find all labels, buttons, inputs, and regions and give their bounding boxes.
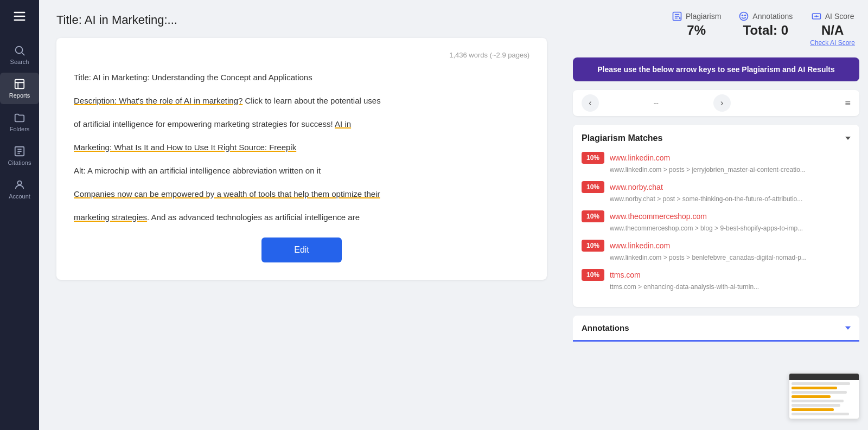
sidebar-label-reports: Reports bbox=[9, 92, 30, 99]
match-path-2: www.norby.chat > post > some-thinking-on… bbox=[582, 195, 851, 203]
annotations-dropdown-icon[interactable] bbox=[845, 326, 851, 330]
main-content: Title: AI in Marketing:... 1,436 words (… bbox=[39, 0, 564, 430]
menu-button[interactable] bbox=[12, 9, 27, 26]
annotations-value: Total: 0 bbox=[743, 23, 789, 38]
sidebar-item-folders[interactable]: Folders bbox=[0, 106, 39, 138]
doc-paragraph-5: Alt: A microchip with an artificial inte… bbox=[74, 163, 529, 178]
next-button[interactable]: › bbox=[713, 94, 731, 112]
notice-banner: Please use the below arrow keys to see P… bbox=[573, 57, 859, 81]
match-badge-2: 10% bbox=[582, 181, 604, 193]
stat-annotations: Annotations Total: 0 bbox=[738, 11, 793, 38]
match-path-5: ttms.com > enhancing-data-analysis-with-… bbox=[582, 283, 851, 291]
svg-point-11 bbox=[744, 15, 746, 16]
plagiarism-label: Plagiarism bbox=[686, 12, 721, 21]
plagiarism-icon bbox=[672, 11, 682, 22]
document-area: Title: AI in Marketing:... 1,436 words (… bbox=[39, 0, 564, 430]
nav-menu-button[interactable]: ≡ bbox=[845, 98, 851, 109]
navigation-row: ‹ -- › ≡ bbox=[573, 90, 859, 116]
thumbnail-header bbox=[789, 374, 859, 380]
match-badge-5: 10% bbox=[582, 269, 604, 281]
underlined-text-2: AI in bbox=[335, 119, 351, 129]
nav-dots: -- bbox=[603, 99, 709, 107]
plagiarism-matches-header: Plagiarism Matches bbox=[582, 133, 851, 143]
match-badge-3: 10% bbox=[582, 210, 604, 222]
stat-ai-score: AI Score N/A Check AI Score bbox=[810, 11, 855, 47]
svg-point-6 bbox=[17, 181, 21, 185]
match-badge-4: 10% bbox=[582, 240, 604, 252]
sidebar-item-search[interactable]: Search bbox=[0, 39, 39, 70]
svg-point-10 bbox=[742, 15, 743, 16]
match-url-1[interactable]: www.linkedin.com bbox=[610, 153, 670, 162]
doc-paragraph-2: Description: What's the role of AI in ma… bbox=[74, 93, 529, 108]
document-text: Title: AI in Marketing: Understanding th… bbox=[74, 70, 529, 224]
plagiarism-value: 7% bbox=[687, 23, 706, 38]
match-badge-1: 10% bbox=[582, 152, 604, 164]
sidebar-item-reports[interactable]: Reports bbox=[0, 73, 39, 104]
sidebar-item-citations[interactable]: Citations bbox=[0, 140, 39, 171]
match-item-4: 10% www.linkedin.com www.linkedin.com > … bbox=[582, 240, 851, 261]
svg-point-9 bbox=[740, 12, 748, 21]
prev-button[interactable]: ‹ bbox=[582, 94, 599, 112]
doc-paragraph-3: of artificial intelligence for empowerin… bbox=[74, 117, 529, 131]
document-container: 1,436 words (~2.9 pages) Title: AI in Ma… bbox=[56, 38, 547, 280]
annotations-label: Annotations bbox=[752, 12, 793, 21]
sidebar-item-account[interactable]: Account bbox=[0, 174, 39, 205]
match-url-5[interactable]: ttms.com bbox=[610, 271, 641, 279]
svg-point-13 bbox=[815, 15, 817, 17]
sidebar-label-account: Account bbox=[9, 193, 30, 200]
svg-rect-0 bbox=[14, 12, 25, 13]
sidebar-label-folders: Folders bbox=[10, 126, 30, 132]
match-path-1: www.linkedin.com > posts > jerryjobrien_… bbox=[582, 166, 851, 174]
edit-button[interactable]: Edit bbox=[261, 238, 342, 262]
svg-point-8 bbox=[679, 17, 680, 19]
match-url-4[interactable]: www.linkedin.com bbox=[610, 241, 670, 250]
ai-score-value: N/A bbox=[821, 23, 844, 38]
svg-line-4 bbox=[22, 53, 24, 55]
ai-score-label: AI Score bbox=[825, 12, 854, 21]
doc-paragraph-4: Marketing: What Is It and How to Use It … bbox=[74, 140, 529, 155]
match-item-1: 10% www.linkedin.com www.linkedin.com > … bbox=[582, 152, 851, 174]
underlined-text-1: Description: What's the role of AI in ma… bbox=[74, 96, 242, 105]
svg-point-3 bbox=[16, 47, 23, 54]
plagiarism-matches-title: Plagiarism Matches bbox=[582, 133, 662, 143]
check-ai-score-link[interactable]: Check AI Score bbox=[810, 39, 855, 47]
underlined-text-5: marketing strategies bbox=[74, 213, 147, 222]
sidebar-label-search: Search bbox=[10, 59, 29, 65]
svg-rect-2 bbox=[14, 20, 25, 21]
stats-row: Plagiarism 7% Annotations Total: 0 bbox=[573, 11, 859, 47]
plagiarism-dropdown-icon[interactable] bbox=[845, 137, 851, 140]
underlined-text-3: Marketing: What Is It and How to Use It … bbox=[74, 143, 296, 152]
plagiarism-card: Plagiarism Matches 10% www.linkedin.com … bbox=[573, 125, 859, 307]
svg-rect-5 bbox=[15, 80, 24, 89]
svg-rect-1 bbox=[14, 16, 25, 17]
match-path-3: www.thecommerceshop.com > blog > 9-best-… bbox=[582, 224, 851, 232]
thumbnail-preview bbox=[789, 373, 859, 419]
match-item-3: 10% www.thecommerceshop.com www.thecomme… bbox=[582, 210, 851, 232]
sidebar: Search Reports Folders Citations Account bbox=[0, 0, 39, 430]
doc-title: Title: AI in Marketing:... bbox=[56, 13, 547, 27]
sidebar-label-citations: Citations bbox=[8, 159, 31, 166]
match-item-2: 10% www.norby.chat www.norby.chat > post… bbox=[582, 181, 851, 203]
doc-paragraph-6: Companies now can be empowered by a weal… bbox=[74, 187, 529, 201]
match-path-4: www.linkedin.com > posts > benlefebvre_c… bbox=[582, 254, 851, 261]
annotations-bar-title: Annotations bbox=[582, 323, 629, 332]
match-url-3[interactable]: www.thecommerceshop.com bbox=[610, 212, 707, 221]
thumbnail-content bbox=[789, 380, 859, 419]
right-panel: Plagiarism 7% Annotations Total: 0 bbox=[564, 0, 868, 430]
doc-paragraph-7: marketing strategies. And as advanced te… bbox=[74, 210, 529, 224]
match-url-2[interactable]: www.norby.chat bbox=[610, 183, 663, 191]
ai-score-header: AI Score bbox=[811, 11, 854, 22]
plagiarism-header: Plagiarism bbox=[672, 11, 721, 22]
doc-paragraph-1: Title: AI in Marketing: Understanding th… bbox=[74, 70, 529, 85]
ai-score-icon bbox=[811, 11, 822, 22]
stat-plagiarism: Plagiarism 7% bbox=[672, 11, 721, 38]
annotations-header: Annotations bbox=[738, 11, 793, 22]
underlined-text-4: Companies now can be empowered by a weal… bbox=[74, 189, 380, 198]
annotations-bar: Annotations bbox=[573, 316, 859, 342]
match-item-5: 10% ttms.com ttms.com > enhancing-data-a… bbox=[582, 269, 851, 291]
word-count: 1,436 words (~2.9 pages) bbox=[74, 51, 529, 59]
annotations-icon bbox=[738, 11, 749, 22]
